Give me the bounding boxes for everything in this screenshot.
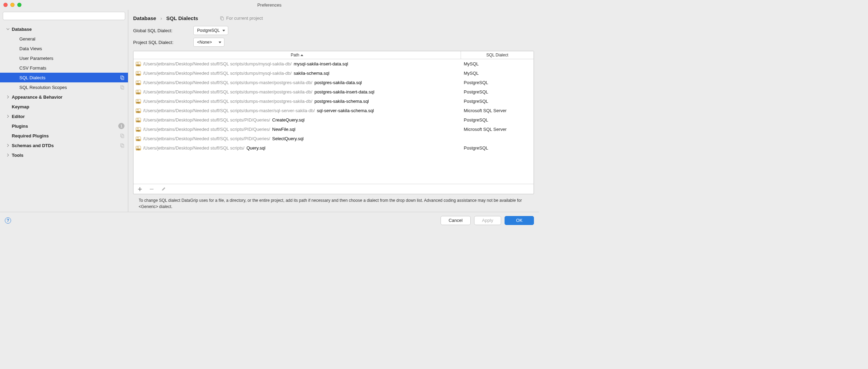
path-cell: SQL /Users/jetbrains/Desktop/Needed stuf…: [133, 89, 461, 95]
path-cell: SQL /Users/jetbrains/Desktop/Needed stuf…: [133, 61, 461, 67]
svg-text:SQL: SQL: [137, 111, 140, 113]
path-file: sql-server-sakila-schema.sql: [317, 108, 374, 113]
sql-file-icon: SQL: [136, 127, 141, 132]
svg-text:SQL: SQL: [137, 92, 140, 94]
dialect-cell[interactable]: PostgreSQL: [461, 145, 534, 151]
path-dir: /Users/jetbrains/Desktop/Needed stuff/SQ…: [143, 117, 270, 123]
table-row[interactable]: SQL /Users/jetbrains/Desktop/Needed stuf…: [133, 134, 534, 143]
minimize-window-button[interactable]: [10, 3, 15, 7]
close-window-button[interactable]: [3, 3, 8, 7]
path-file: Query.sql: [247, 145, 266, 151]
sidebar-item-sql-resolution-scopes[interactable]: SQL Resolution Scopes: [0, 82, 128, 92]
sidebar-item-appearance-behavior[interactable]: Appearance & Behavior: [0, 92, 128, 102]
help-button[interactable]: ?: [5, 217, 11, 224]
dialect-cell[interactable]: Microsoft SQL Server: [461, 108, 534, 113]
add-row-button[interactable]: [137, 186, 142, 192]
col-header-path[interactable]: Path: [133, 51, 461, 59]
sidebar-item-database[interactable]: Database: [0, 24, 128, 34]
dialect-cell[interactable]: Microsoft SQL Server: [461, 127, 534, 132]
search-input[interactable]: [3, 12, 125, 20]
global-dialect-value: PostgreSQL: [197, 28, 220, 33]
sql-file-icon: SQL: [136, 108, 141, 114]
global-dialect-select[interactable]: PostgreSQL: [193, 26, 228, 35]
sidebar-item-general[interactable]: General: [0, 34, 128, 44]
global-dialect-label: Global SQL Dialect:: [133, 28, 188, 33]
table-row[interactable]: SQL /Users/jetbrains/Desktop/Needed stuf…: [133, 97, 534, 106]
sidebar-item-label: Data Views: [19, 46, 124, 51]
dialect-cell[interactable]: MySQL: [461, 61, 534, 66]
sidebar-item-tools[interactable]: Tools: [0, 150, 128, 160]
sidebar-item-keymap[interactable]: Keymap: [0, 102, 128, 111]
path-cell: SQL /Users/jetbrains/Desktop/Needed stuf…: [133, 136, 461, 142]
sidebar-item-plugins[interactable]: Plugins1: [0, 121, 128, 131]
breadcrumb: Database › SQL Dialects: [133, 15, 198, 21]
dialect-cell[interactable]: MySQL: [461, 71, 534, 76]
sidebar-item-user-parameters[interactable]: User Parameters: [0, 53, 128, 63]
dialect-cell[interactable]: PostgreSQL: [461, 99, 534, 104]
path-file: postgres-sakila-data.sql: [314, 80, 362, 85]
sql-file-icon: SQL: [136, 145, 141, 151]
project-scope-icon: [120, 133, 124, 138]
path-file: mysql-sakila-insert-data.sql: [294, 61, 348, 66]
path-cell: SQL /Users/jetbrains/Desktop/Needed stuf…: [133, 108, 461, 114]
table-row[interactable]: SQL /Users/jetbrains/Desktop/Needed stuf…: [133, 143, 534, 153]
sidebar-item-data-views[interactable]: Data Views: [0, 44, 128, 53]
path-dir: /Users/jetbrains/Desktop/Needed stuff/SQ…: [143, 99, 312, 104]
path-cell: SQL /Users/jetbrains/Desktop/Needed stuf…: [133, 80, 461, 86]
path-cell: SQL /Users/jetbrains/Desktop/Needed stuf…: [133, 71, 461, 76]
project-dialect-select[interactable]: <None>: [193, 38, 224, 47]
sidebar-item-required-plugins[interactable]: Required Plugins: [0, 131, 128, 141]
settings-tree: DatabaseGeneralData ViewsUser Parameters…: [0, 22, 128, 212]
sidebar-item-label: Editor: [12, 114, 124, 119]
project-scope-icon: [120, 75, 124, 80]
zoom-window-button[interactable]: [17, 3, 21, 7]
copy-icon: [220, 16, 224, 20]
sidebar-item-editor[interactable]: Editor: [0, 111, 128, 121]
col-header-dialect[interactable]: SQL Dialect: [461, 51, 534, 59]
svg-text:SQL: SQL: [137, 101, 140, 104]
edit-row-button[interactable]: [160, 186, 166, 192]
for-current-project-tag: For current project: [220, 16, 263, 21]
table-row[interactable]: SQL /Users/jetbrains/Desktop/Needed stuf…: [133, 78, 534, 87]
svg-text:SQL: SQL: [137, 73, 140, 75]
breadcrumb-root: Database: [133, 15, 156, 21]
dialect-cell[interactable]: PostgreSQL: [461, 89, 534, 94]
project-scope-icon: [120, 85, 124, 90]
table-row[interactable]: SQL /Users/jetbrains/Desktop/Needed stuf…: [133, 87, 534, 97]
sidebar-item-schemas-and-dtds[interactable]: Schemas and DTDs: [0, 141, 128, 150]
project-dialect-label: Project SQL Dialect:: [133, 40, 188, 45]
path-file: postgres-sakila-schema.sql: [314, 99, 369, 104]
svg-rect-11: [221, 17, 224, 20]
table-row[interactable]: SQL /Users/jetbrains/Desktop/Needed stuf…: [133, 125, 534, 134]
path-dir: /Users/jetbrains/Desktop/Needed stuff/SQ…: [143, 71, 292, 76]
path-cell: SQL /Users/jetbrains/Desktop/Needed stuf…: [133, 99, 461, 104]
table-row[interactable]: SQL /Users/jetbrains/Desktop/Needed stuf…: [133, 69, 534, 78]
dialect-cell[interactable]: PostgreSQL: [461, 80, 534, 85]
ok-button[interactable]: OK: [505, 216, 534, 225]
path-dir: /Users/jetbrains/Desktop/Needed stuff/SQ…: [143, 136, 270, 141]
help-note: To change SQL dialect DataGrip uses for …: [128, 194, 539, 212]
project-scope-icon: [120, 143, 124, 148]
path-dir: /Users/jetbrains/Desktop/Needed stuff/SQ…: [143, 89, 312, 94]
path-dir: /Users/jetbrains/Desktop/Needed stuff/SQ…: [143, 127, 270, 132]
sidebar-item-label: Required Plugins: [12, 133, 120, 138]
dialect-cell[interactable]: PostgreSQL: [461, 117, 534, 123]
table-row[interactable]: SQL /Users/jetbrains/Desktop/Needed stuf…: [133, 106, 534, 115]
window-title: Preferences: [257, 2, 281, 8]
apply-button[interactable]: Apply: [474, 216, 501, 225]
path-cell: SQL /Users/jetbrains/Desktop/Needed stuf…: [133, 145, 461, 151]
sidebar-item-csv-formats[interactable]: CSV Formats: [0, 63, 128, 73]
update-badge: 1: [118, 123, 124, 129]
path-file: sakila-schema.sql: [294, 71, 329, 76]
path-file: CreateQuery.sql: [272, 117, 305, 123]
table-row[interactable]: SQL /Users/jetbrains/Desktop/Needed stuf…: [133, 59, 534, 69]
cancel-button[interactable]: Cancel: [441, 216, 470, 225]
dialect-mapping-table: Path SQL Dialect SQL /Users/jetbrains/De…: [133, 51, 534, 194]
remove-row-button[interactable]: [149, 186, 154, 192]
table-row[interactable]: SQL /Users/jetbrains/Desktop/Needed stuf…: [133, 115, 534, 125]
path-file: postgres-sakila-insert-data.sql: [314, 89, 374, 94]
sidebar: DatabaseGeneralData ViewsUser Parameters…: [0, 10, 128, 212]
sidebar-item-sql-dialects[interactable]: SQL Dialects: [0, 73, 128, 82]
sidebar-item-label: Database: [12, 27, 124, 32]
path-dir: /Users/jetbrains/Desktop/Needed stuff/SQ…: [143, 80, 312, 85]
